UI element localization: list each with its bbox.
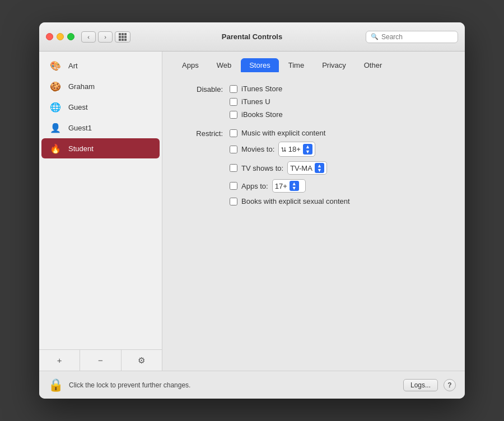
itunes-store-row: iTunes Store: [230, 85, 283, 93]
movies-arrow-icon: ▲▼: [303, 144, 312, 154]
search-box[interactable]: 🔍: [366, 31, 458, 43]
apps-to-label: Apps to:: [241, 182, 268, 190]
lock-icon[interactable]: 🔒: [48, 378, 63, 392]
itunes-u-label: iTunes U: [241, 97, 270, 106]
back-button[interactable]: ‹: [81, 31, 96, 43]
apps-arrow-icon: ▲▼: [290, 181, 299, 191]
sidebar: 🎨 Art 🍪 Graham 🌐 Guest 👤 Guest1 🔥: [39, 52, 162, 371]
books-explicit-label: Books with explicit sexual content: [241, 197, 350, 205]
tab-bar: Apps Web Stores Time Privacy Other: [162, 52, 465, 72]
tv-arrow-icon: ▲▼: [315, 163, 324, 173]
books-explicit-checkbox[interactable]: [230, 198, 237, 205]
user-name-graham: Graham: [68, 82, 95, 91]
itunes-u-row: iTunes U: [230, 97, 283, 106]
user-name-guest: Guest: [68, 103, 88, 111]
apps-to-checkbox[interactable]: [230, 182, 237, 190]
forward-button[interactable]: ›: [98, 31, 113, 43]
maximize-button[interactable]: [67, 33, 74, 40]
disable-section: Disable: iTunes Store iTunes U iBooks: [185, 85, 442, 119]
tab-apps[interactable]: Apps: [174, 58, 207, 72]
tab-time[interactable]: Time: [280, 58, 312, 72]
tv-shows-label: TV shows to:: [241, 164, 283, 172]
tab-privacy[interactable]: Privacy: [314, 58, 354, 72]
user-name-student: Student: [68, 144, 94, 153]
tv-select[interactable]: TV-MA ▲▼: [287, 161, 327, 175]
logs-button[interactable]: Logs...: [403, 379, 438, 391]
nav-buttons: ‹ ›: [81, 31, 113, 43]
disable-label: Disable:: [185, 85, 230, 93]
tv-shows-checkbox[interactable]: [230, 164, 237, 172]
apps-value: 17+: [275, 182, 287, 190]
user-list: 🎨 Art 🍪 Graham 🌐 Guest 👤 Guest1 🔥: [39, 52, 162, 349]
footer: 🔒 Click the lock to prevent further chan…: [39, 371, 465, 399]
restrict-section: Restrict: Music with explicit content Mo…: [185, 129, 442, 205]
ibooks-store-row: iBooks Store: [230, 110, 283, 119]
grid-icon: [119, 33, 127, 41]
minimize-button[interactable]: [57, 33, 64, 40]
tab-other[interactable]: Other: [356, 58, 391, 72]
sidebar-item-student[interactable]: 🔥 Student: [41, 138, 160, 158]
avatar-art: 🎨: [48, 58, 63, 73]
disable-controls: iTunes Store iTunes U iBooks Store: [230, 85, 283, 119]
ibooks-store-label: iBooks Store: [241, 110, 283, 119]
avatar-student: 🔥: [48, 141, 63, 156]
remove-user-button[interactable]: −: [80, 350, 121, 371]
tab-stores[interactable]: Stores: [241, 58, 279, 72]
titlebar: ‹ › Parental Controls 🔍: [39, 22, 465, 52]
movies-select[interactable]: น 18+ ▲▼: [278, 142, 315, 157]
ibooks-store-checkbox[interactable]: [230, 111, 237, 119]
main-panel: Apps Web Stores Time Privacy Other Disab…: [162, 52, 465, 371]
user-name-art: Art: [68, 62, 78, 70]
content-area: 🎨 Art 🍪 Graham 🌐 Guest 👤 Guest1 🔥: [39, 52, 465, 371]
sidebar-item-guest[interactable]: 🌐 Guest: [41, 97, 160, 117]
add-user-button[interactable]: +: [39, 350, 80, 371]
tab-web[interactable]: Web: [208, 58, 240, 72]
avatar-guest: 🌐: [48, 100, 63, 114]
grid-button[interactable]: [115, 31, 130, 43]
movies-value: น 18+: [281, 143, 301, 155]
restrict-controls: Music with explicit content Movies to: น…: [230, 129, 350, 205]
books-explicit-row: Books with explicit sexual content: [230, 197, 350, 205]
itunes-store-label: iTunes Store: [241, 85, 282, 93]
footer-text: Click the lock to prevent further change…: [69, 381, 398, 389]
search-icon: 🔍: [371, 33, 379, 40]
sidebar-item-guest1[interactable]: 👤 Guest1: [41, 118, 160, 138]
user-name-guest1: Guest1: [68, 124, 92, 132]
sidebar-toolbar: + − ⚙: [39, 349, 162, 371]
music-explicit-row: Music with explicit content: [230, 129, 350, 137]
apps-select[interactable]: 17+ ▲▼: [272, 179, 306, 193]
sidebar-item-art[interactable]: 🎨 Art: [41, 55, 160, 76]
help-button[interactable]: ?: [444, 379, 456, 391]
movies-to-label: Movies to:: [241, 145, 274, 153]
close-button[interactable]: [46, 33, 53, 40]
main-window: ‹ › Parental Controls 🔍 🎨 Art: [39, 22, 465, 399]
apps-row: Apps to: 17+ ▲▼: [230, 179, 350, 193]
tv-value: TV-MA: [290, 164, 312, 172]
search-input[interactable]: [381, 33, 453, 41]
window-title: Parental Controls: [222, 32, 282, 41]
tab-content-stores: Disable: iTunes Store iTunes U iBooks: [162, 72, 465, 371]
sidebar-item-graham[interactable]: 🍪 Graham: [41, 76, 160, 96]
settings-button[interactable]: ⚙: [122, 350, 162, 371]
tv-row: TV shows to: TV-MA ▲▼: [230, 161, 350, 175]
traffic-lights: [46, 33, 74, 40]
avatar-graham: 🍪: [48, 79, 63, 93]
movies-to-checkbox[interactable]: [230, 146, 237, 153]
avatar-guest1: 👤: [48, 120, 63, 135]
movies-row: Movies to: น 18+ ▲▼: [230, 142, 350, 157]
itunes-store-checkbox[interactable]: [230, 85, 237, 93]
music-explicit-checkbox[interactable]: [230, 129, 237, 137]
music-explicit-label: Music with explicit content: [241, 129, 325, 137]
restrict-label: Restrict:: [185, 129, 230, 138]
itunes-u-checkbox[interactable]: [230, 98, 237, 106]
